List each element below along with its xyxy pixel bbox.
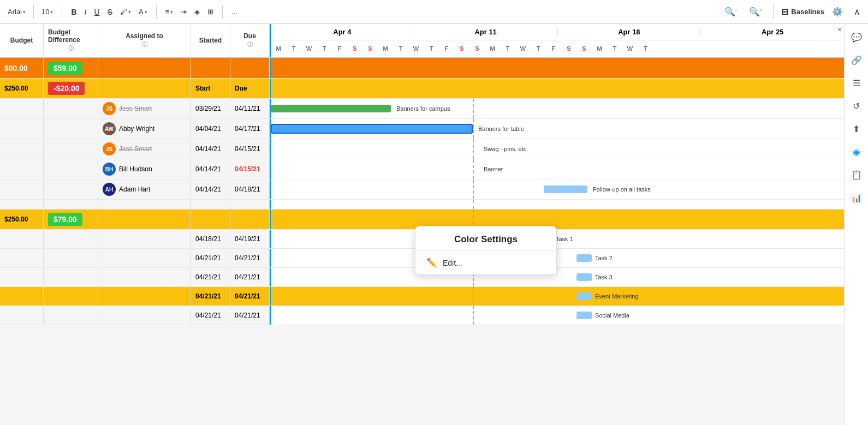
assigned-cell-2 [98,79,191,98]
started-cell-4: 04/04/21 [191,119,230,139]
budget-diff-cell-4 [44,119,98,139]
edit-menu-item[interactable]: ✏️ Edit... [415,251,556,274]
clear-format-button[interactable]: ◈ [191,6,203,17]
italic-button[interactable]: I [81,6,90,18]
day-s3: S [454,45,469,52]
due-column-header: Due ⓘ [230,24,270,57]
budget-cell-2: $250.00 [0,79,44,98]
baselines-button[interactable]: ⊟ Baselines [781,7,824,17]
divider-2 [62,5,62,19]
assigned-cell-t2 [98,249,191,267]
close-button[interactable]: × [837,25,842,34]
budget-column-header: Budget [0,24,44,57]
assigned-cell-t1 [98,230,191,248]
budget-cell-7 [0,179,44,199]
sidebar-upload-icon[interactable]: ⬆ [848,120,865,137]
started-cell-s2 [191,209,230,229]
gantt-cell-3: Banners for campus [270,99,844,118]
sidebar-chart-icon[interactable]: 📊 [848,189,865,206]
budget-cell-5 [0,139,44,159]
table-row: JS Jess Smart 03/29/21 04/11/21 Banners … [0,99,844,119]
table-row: 04/21/21 04/21/21 Social Media [0,306,844,325]
today-line-4 [473,159,474,179]
font-group: Arial ▾ 10 ▾ [4,5,56,19]
zoom-out-button[interactable]: 🔍− [721,5,741,19]
gantt-bar-3 [271,105,391,112]
gantt-label-3: Banners for campus [396,105,450,112]
budget-diff-cell-6 [44,159,98,179]
gantt-cell-t2: Task 2 [270,249,844,267]
assigned-cell-6: BH Bill Hudson [98,159,191,179]
align-button[interactable]: ≡ ▾ [162,6,177,17]
divider-3 [156,5,157,19]
collapse-button[interactable]: ∧ [851,5,864,19]
started-cell-1 [191,58,230,78]
budget-cell-1: $00.00 [0,58,44,78]
sidebar-activity-icon[interactable]: ◉ [848,143,865,160]
due-cell-t2: 04/21/21 [230,249,270,267]
gantt-label-sm: Social Media [595,312,629,319]
font-family-label: Arial [8,8,22,16]
sidebar-link-icon[interactable]: 🔗 [848,51,865,69]
budget-diff-value-2: -$20.00 [48,82,85,95]
date-header-days: M T W T F S S M T W T F S S M [271,40,844,57]
due-cell-6: 04/15/21 [230,159,270,179]
budget-diff-cell-sm [44,306,98,325]
day-f2: F [439,45,454,52]
highlight-button[interactable]: 🖊 ▾ [117,6,134,17]
gantt-bar-t2 [576,254,592,262]
today-line-12 [473,306,474,325]
started-cell-sm: 04/21/21 [191,306,230,325]
budget-cell-t3 [0,268,44,286]
sidebar-history-icon[interactable]: ↺ [848,97,865,115]
underline-button[interactable]: U [91,6,103,18]
more-button[interactable]: ... [228,6,241,17]
avatar: AH [103,183,116,196]
gantt-cell-2 [270,79,844,98]
started-cell-5: 04/14/21 [191,139,230,159]
assigned-cell-4: AW Abby Wright [98,119,191,139]
align-chevron: ▾ [170,9,173,15]
font-family-button[interactable]: Arial ▾ [4,6,29,17]
budget-diff-cell-empty [44,200,98,209]
today-line-2 [473,119,474,139]
sidebar-comment-icon[interactable]: 💬 [848,28,865,46]
indent-button[interactable]: ⇥ [177,6,190,17]
settings-button[interactable]: ⚙️ [829,5,846,19]
day-w4: W [622,45,638,52]
font-size-chevron: ▾ [50,9,53,15]
budget-diff-cell-3 [44,99,98,118]
week-apr18: Apr 18 [558,28,701,36]
gantt-cell-s2 [270,209,844,229]
assignee-name-5: Jess Smart [119,145,152,153]
assignee-name-7: Adam Hart [119,185,150,193]
date-header-area: × Apr 4 Apr 11 Apr 18 Apr 25 M T W T F S… [270,24,844,57]
started-cell-t1: 04/18/21 [191,230,230,248]
table-format-icon: ⊞ [207,8,213,16]
budget-diff-cell-t1 [44,230,98,248]
sidebar-clipboard-icon[interactable]: 📋 [848,166,865,183]
assigned-cell-s2 [98,209,191,229]
text-color-button[interactable]: A ▾ [135,6,151,17]
started-cell-3: 03/29/21 [191,99,230,118]
zoom-in-button[interactable]: 🔍+ [746,5,766,19]
grid-area: Budget Budget Difference ⓘ Assigned to ⓘ… [0,24,844,425]
font-size-button[interactable]: 10 ▾ [38,6,56,17]
due-cell-2: Due [230,79,270,98]
gantt-bar-t3 [576,273,592,281]
table-row: 04/21/21 04/21/21 Event Marketing [0,287,844,306]
table-format-button[interactable]: ⊞ [204,6,217,17]
sidebar-list-icon[interactable]: ☰ [848,74,865,92]
week-apr11: Apr 11 [414,28,558,36]
baselines-label: Baselines [791,8,824,16]
strikethrough-button[interactable]: S [104,6,116,18]
budget-cell-empty [0,200,44,209]
started-cell-t2: 04/21/21 [191,249,230,267]
gantt-cell-em: Event Marketing [270,287,844,306]
assignee-name-3: Jess Smart [119,105,152,112]
bold-button[interactable]: B [68,6,80,18]
budget-cell-t1 [0,230,44,248]
day-w2: W [408,45,424,52]
toolbar: Arial ▾ 10 ▾ B I U S 🖊 ▾ A ▾ ≡ ▾ ⇥ [0,0,868,24]
gantt-label-5: Swag - pins, etc. [484,146,528,152]
